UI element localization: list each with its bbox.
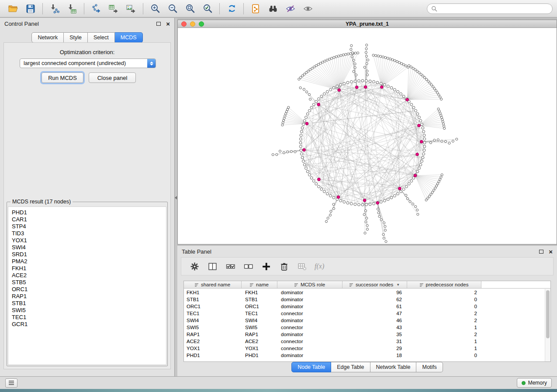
memory-button[interactable]: Memory	[517, 378, 552, 388]
table-row[interactable]: SWI4SWI4dominator462	[184, 317, 545, 324]
float-panel-icon[interactable]	[539, 250, 543, 254]
minimize-window-icon[interactable]	[190, 21, 195, 27]
apply-layout-button[interactable]	[223, 2, 240, 16]
run-mcds-button[interactable]: Run MCDS	[42, 72, 83, 83]
show-columns-button[interactable]	[207, 261, 218, 272]
mcds-result-item[interactable]: RAP1	[8, 293, 166, 300]
table-row[interactable]: RAP1RAP1dominator352	[184, 331, 545, 338]
gear-icon	[190, 262, 199, 271]
table-row[interactable]: SWI5SWI5connector431	[184, 324, 545, 331]
mcds-result-item[interactable]: YOX1	[8, 237, 166, 244]
mcds-result-item[interactable]: FKH1	[8, 265, 166, 272]
refresh-icon	[227, 3, 237, 14]
search-network-button[interactable]	[264, 2, 282, 16]
tab-edge-table[interactable]: Edge Table	[331, 362, 370, 372]
save-session-button[interactable]	[22, 2, 39, 16]
cell-succ: 31	[343, 339, 407, 344]
tab-network[interactable]: Network	[31, 32, 64, 43]
mcds-result-item[interactable]: SRD1	[8, 251, 166, 258]
mcds-result-item[interactable]: STB1	[8, 300, 166, 307]
zoom-fit-button[interactable]	[181, 2, 199, 16]
mcds-result-item[interactable]: GCR1	[8, 321, 166, 328]
search-input[interactable]	[439, 6, 548, 12]
float-panel-icon[interactable]	[156, 22, 161, 26]
search-box[interactable]	[427, 3, 553, 14]
import-network-button[interactable]	[46, 2, 63, 16]
mcds-result-title: MCDS result (17 nodes)	[10, 199, 73, 205]
tab-node-table[interactable]: Node Table	[291, 362, 331, 372]
mcds-result-item[interactable]: PMA2	[8, 258, 166, 265]
mcds-result-item[interactable]: TID3	[8, 230, 166, 237]
cell-name: SWI4	[242, 318, 277, 323]
cell-role: dominator	[277, 332, 343, 337]
table-row[interactable]: FKH1FKH1dominator962	[184, 289, 545, 296]
mcds-result-item[interactable]: ORC1	[8, 286, 166, 293]
maximize-window-icon[interactable]	[199, 21, 204, 27]
deselect-all-button[interactable]	[243, 261, 253, 272]
delete-column-button[interactable]	[279, 261, 289, 272]
table-settings-button[interactable]	[189, 261, 200, 272]
cell-role: dominator	[277, 318, 343, 323]
column-header-predecessor-nodes[interactable]: predecessor nodes	[407, 281, 481, 288]
select-all-button[interactable]	[225, 261, 235, 272]
mcds-result-item[interactable]: STP4	[8, 223, 166, 230]
criterion-dropdown[interactable]: largest connected component (undirected)	[20, 58, 156, 68]
table-row[interactable]: TEC1TEC1connector472	[184, 310, 545, 317]
tab-style[interactable]: Style	[64, 32, 88, 43]
column-header-name[interactable]: name	[242, 281, 277, 288]
share-document-button[interactable]	[247, 2, 264, 16]
table-row[interactable]: STB1STB1dominator620	[184, 296, 545, 303]
export-image-button[interactable]	[122, 2, 140, 16]
hide-annotations-button[interactable]	[282, 2, 299, 16]
collapse-arrow-icon[interactable]	[175, 196, 177, 199]
tab-select[interactable]: Select	[88, 32, 115, 43]
zoom-out-button[interactable]	[164, 2, 181, 16]
mcds-result-item[interactable]: CAR1	[8, 216, 166, 223]
close-panel-button[interactable]: Close panel	[89, 72, 136, 83]
import-table-button[interactable]	[63, 2, 81, 16]
mcds-result-item[interactable]: SWI5	[8, 307, 166, 314]
table-row[interactable]: ORC1ORC1dominator610	[184, 303, 545, 310]
tab-motifs[interactable]: Motifs	[416, 362, 443, 372]
network-canvas[interactable]	[178, 28, 557, 244]
mcds-result-item[interactable]: SWI4	[8, 244, 166, 251]
cell-name: YOX1	[242, 346, 277, 351]
mcds-result-list[interactable]: PHD1CAR1STP4TID3YOX1SWI4SRD1PMA2FKH1ACE2…	[8, 206, 166, 365]
cell-pred: 2	[407, 311, 481, 316]
open-file-button[interactable]	[4, 2, 22, 16]
column-header-mcds-role[interactable]: MCDS role	[277, 281, 343, 288]
eye-icon	[303, 4, 313, 14]
mcds-result-item[interactable]: STB5	[8, 279, 166, 286]
mcds-result-item[interactable]: PHD1	[8, 209, 166, 216]
network-window-titlebar[interactable]: YPA_prune.txt_1	[178, 20, 557, 28]
scrollbar-thumb[interactable]	[546, 290, 550, 338]
table-row[interactable]: PHD1PHD1dominator180	[184, 352, 545, 359]
export-image-icon	[126, 3, 136, 14]
close-panel-icon[interactable]: ×	[549, 248, 553, 255]
mcds-result-item[interactable]: ACE2	[8, 272, 166, 279]
mcds-result-item[interactable]: TEC1	[8, 314, 166, 321]
tab-mcds[interactable]: MCDS	[115, 32, 143, 43]
task-history-button[interactable]	[5, 378, 17, 388]
table-scrollbar[interactable]	[545, 289, 550, 361]
close-panel-icon[interactable]: ×	[166, 21, 170, 27]
cell-shared: PHD1	[184, 353, 242, 358]
network-graph[interactable]	[178, 28, 557, 244]
column-header-successor-nodes[interactable]: successor nodes ▼	[343, 281, 407, 288]
cell-shared: ORC1	[184, 304, 242, 309]
import-network-icon	[49, 3, 60, 14]
export-network-button[interactable]	[87, 2, 105, 16]
zoom-selected-button[interactable]	[199, 2, 216, 16]
zoom-in-button[interactable]	[146, 2, 164, 16]
graphics-details-button[interactable]	[299, 2, 317, 16]
close-window-icon[interactable]	[181, 21, 187, 27]
tab-network-table[interactable]: Network Table	[370, 362, 417, 372]
column-header-shared-name[interactable]: shared name	[184, 281, 242, 288]
column-menu-icon[interactable]: ▼	[396, 283, 400, 287]
share-document-icon	[251, 4, 260, 14]
export-table-button[interactable]	[105, 2, 122, 16]
cell-succ: 62	[343, 297, 407, 302]
table-row[interactable]: YOX1YOX1connector291	[184, 345, 545, 352]
add-column-button[interactable]	[261, 261, 271, 272]
table-row[interactable]: ACE2ACE2connector311	[184, 338, 545, 345]
